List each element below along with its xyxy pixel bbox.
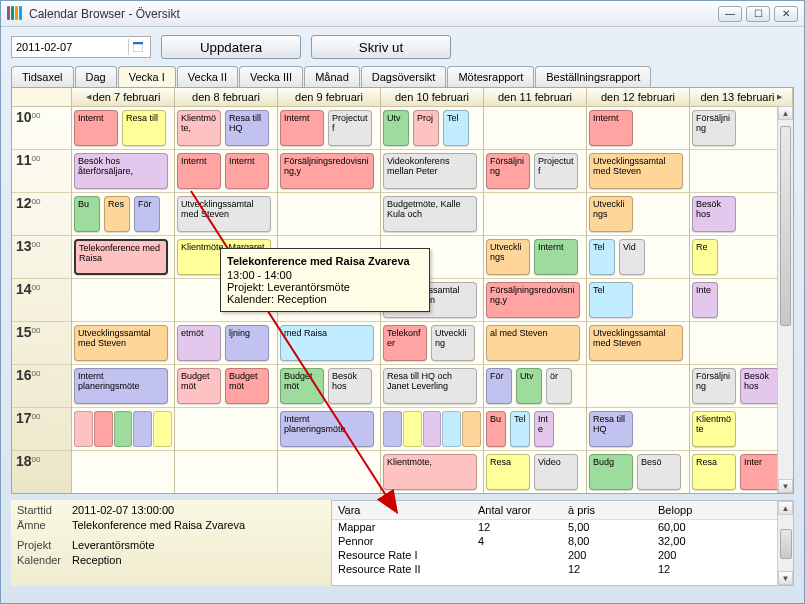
calendar-event[interactable]: Utvecklingssamtal med Steven: [589, 325, 683, 361]
calendar-event[interactable]: För: [134, 196, 160, 232]
calendar-event[interactable]: Telekonfer: [383, 325, 427, 361]
calendar-event[interactable]: Resa: [692, 454, 736, 490]
calendar-event[interactable]: Internt: [534, 239, 578, 275]
day-column[interactable]: InterntUtvecklingssamtal med StevenUtvec…: [587, 107, 690, 494]
tab-månad[interactable]: Månad: [304, 66, 360, 87]
calendar-event[interactable]: Resa till HQ och Janet Leverling: [383, 368, 477, 404]
day-header[interactable]: den 11 februari: [484, 88, 587, 106]
calendar-event[interactable]: Utv: [383, 110, 409, 146]
calendar-event[interactable]: Re: [692, 239, 718, 275]
calendar-event[interactable]: Utvecklings: [589, 196, 633, 232]
calendar-event[interactable]: Besök hos: [692, 196, 736, 232]
calendar-event[interactable]: Klientmöte,: [383, 454, 477, 490]
calendar-event[interactable]: Internt: [177, 153, 221, 189]
day-column[interactable]: FörsäljningProjectutfUtvecklingsInterntF…: [484, 107, 587, 494]
calendar-event[interactable]: Försäljning: [692, 110, 736, 146]
calendar-event[interactable]: Tel: [510, 411, 530, 447]
calendar-event[interactable]: Tel: [443, 110, 469, 146]
tab-mötesrapport[interactable]: Mötesrapport: [447, 66, 534, 87]
calendar-event[interactable]: Utvecklingssamtal med Steven: [177, 196, 271, 232]
calendar-event[interactable]: Inte: [534, 411, 554, 447]
calendar-dropdown-icon[interactable]: [128, 39, 146, 55]
calendar-event[interactable]: Videokonferens mellan Peter: [383, 153, 477, 189]
scroll-thumb[interactable]: [780, 529, 792, 559]
calendar-event[interactable]: Video: [534, 454, 578, 490]
calendar-event[interactable]: Budg: [589, 454, 633, 490]
calendar-event[interactable]: Internt: [225, 153, 269, 189]
table-row[interactable]: Pennor48,0032,00: [332, 534, 793, 548]
calendar-event[interactable]: Tel: [589, 282, 633, 318]
calendar-event[interactable]: ljning: [225, 325, 269, 361]
day-header[interactable]: ◀den 7 februari: [72, 88, 175, 106]
calendar-event[interactable]: Utvecklingssamtal med Steven: [74, 325, 168, 361]
maximize-button[interactable]: ☐: [746, 6, 770, 22]
calendar-event[interactable]: Klientmöte: [692, 411, 736, 447]
calendar-event[interactable]: Besök hos återförsäljare,: [74, 153, 168, 189]
tab-tidsaxel[interactable]: Tidsaxel: [11, 66, 74, 87]
tab-vecka-iii[interactable]: Vecka III: [239, 66, 303, 87]
table-row[interactable]: Mappar125,0060,00: [332, 520, 793, 534]
tab-dag[interactable]: Dag: [75, 66, 117, 87]
calendar-event[interactable]: Internt: [280, 110, 324, 146]
calendar-event[interactable]: För: [486, 368, 512, 404]
date-picker[interactable]: 2011-02-07: [11, 36, 151, 58]
calendar-event[interactable]: Budgetmöte, Kalle Kula och: [383, 196, 477, 232]
calendar-event[interactable]: Besö: [637, 454, 681, 490]
day-column[interactable]: InterntResa tillBesök hos återförsäljare…: [72, 107, 175, 494]
event-strip-group[interactable]: [74, 411, 172, 447]
scroll-down-icon[interactable]: ▼: [778, 479, 793, 493]
calendar-event[interactable]: Internt: [589, 110, 633, 146]
calendar-event[interactable]: Besök hos: [328, 368, 372, 404]
calendar-event[interactable]: Resa: [486, 454, 530, 490]
calendar-event[interactable]: Proj: [413, 110, 439, 146]
calendar-event[interactable]: med Raisa: [280, 325, 374, 361]
calendar-event[interactable]: Projectutf: [328, 110, 372, 146]
calendar-event[interactable]: Försäljningsredovisning,y: [280, 153, 374, 189]
calendar-event[interactable]: Resa till: [122, 110, 166, 146]
calendar-event[interactable]: Resa till HQ: [225, 110, 269, 146]
tab-beställningsrapport[interactable]: Beställningsrapport: [535, 66, 651, 87]
calendar-event[interactable]: Internt: [74, 110, 118, 146]
update-button[interactable]: Uppdatera: [161, 35, 301, 59]
calendar-event[interactable]: Utvecklings: [486, 239, 530, 275]
resources-scrollbar[interactable]: ▲ ▼: [777, 501, 793, 585]
calendar-event[interactable]: Utvecklingssamtal med Steven: [589, 153, 683, 189]
tab-vecka-i[interactable]: Vecka I: [118, 66, 176, 88]
calendar-event[interactable]: Försäljning: [486, 153, 530, 189]
calendar-event[interactable]: Klientmöte,: [177, 110, 221, 146]
scroll-up-icon[interactable]: ▲: [778, 501, 793, 515]
event-strip-group[interactable]: [383, 411, 481, 447]
day-header[interactable]: den 12 februari: [587, 88, 690, 106]
scroll-thumb[interactable]: [780, 126, 791, 326]
scroll-up-icon[interactable]: ▲: [778, 106, 793, 120]
scroll-down-icon[interactable]: ▼: [778, 571, 793, 585]
minimize-button[interactable]: —: [718, 6, 742, 22]
calendar-event[interactable]: Res: [104, 196, 130, 232]
calendar-event[interactable]: Budgetmöt: [177, 368, 221, 404]
calendar-event[interactable]: Inte: [692, 282, 718, 318]
calendar-event[interactable]: Bu: [74, 196, 100, 232]
calendar-event[interactable]: Vid: [619, 239, 645, 275]
calendar-event[interactable]: Internt planeringsmöte: [74, 368, 168, 404]
calendar-event[interactable]: Försäljning: [692, 368, 736, 404]
calendar-event[interactable]: Försäljningsredovisning,y: [486, 282, 580, 318]
calendar-event[interactable]: etmöt: [177, 325, 221, 361]
calendar-scrollbar[interactable]: ▲ ▼: [777, 106, 793, 493]
tab-dagsöversikt[interactable]: Dagsöversikt: [361, 66, 447, 87]
calendar-event[interactable]: Budgetmöt: [280, 368, 324, 404]
close-button[interactable]: ✕: [774, 6, 798, 22]
calendar-event[interactable]: Projectutf: [534, 153, 578, 189]
calendar-event[interactable]: Resa till HQ: [589, 411, 633, 447]
calendar-event[interactable]: Internt planeringsmöte: [280, 411, 374, 447]
day-header[interactable]: den 9 februari: [278, 88, 381, 106]
calendar-event[interactable]: Utv: [516, 368, 542, 404]
calendar-event[interactable]: Telekonference med Raisa: [74, 239, 168, 275]
calendar-event[interactable]: ör: [546, 368, 572, 404]
calendar-event[interactable]: Tel: [589, 239, 615, 275]
calendar-event[interactable]: Utveckling: [431, 325, 475, 361]
table-row[interactable]: Resource Rate II1212: [332, 562, 793, 576]
tab-vecka-ii[interactable]: Vecka II: [177, 66, 238, 87]
table-row[interactable]: Resource Rate I200200: [332, 548, 793, 562]
calendar-event[interactable]: Bu: [486, 411, 506, 447]
calendar-event[interactable]: Budgetmöt: [225, 368, 269, 404]
